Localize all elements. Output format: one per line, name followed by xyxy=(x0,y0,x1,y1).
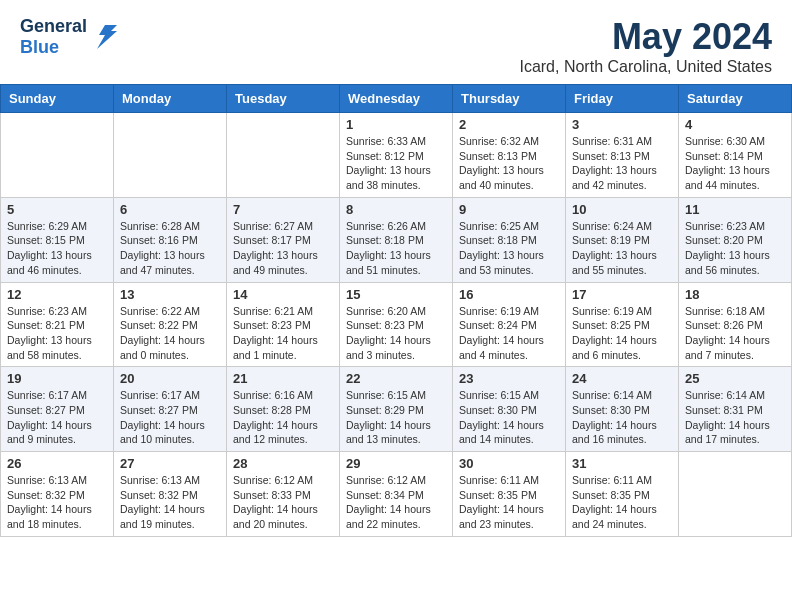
calendar-cell: 15Sunrise: 6:20 AMSunset: 8:23 PMDayligh… xyxy=(340,282,453,367)
day-number: 16 xyxy=(459,287,559,302)
day-info: Sunrise: 6:31 AMSunset: 8:13 PMDaylight:… xyxy=(572,134,672,193)
logo-general-text: General xyxy=(20,16,87,37)
calendar-cell: 6Sunrise: 6:28 AMSunset: 8:16 PMDaylight… xyxy=(114,197,227,282)
day-number: 1 xyxy=(346,117,446,132)
weekday-header-thursday: Thursday xyxy=(453,85,566,113)
day-info: Sunrise: 6:14 AMSunset: 8:30 PMDaylight:… xyxy=(572,388,672,447)
subtitle: Icard, North Carolina, United States xyxy=(519,58,772,76)
calendar-cell: 10Sunrise: 6:24 AMSunset: 8:19 PMDayligh… xyxy=(566,197,679,282)
weekday-header-row: SundayMondayTuesdayWednesdayThursdayFrid… xyxy=(1,85,792,113)
day-number: 18 xyxy=(685,287,785,302)
day-number: 17 xyxy=(572,287,672,302)
day-info: Sunrise: 6:27 AMSunset: 8:17 PMDaylight:… xyxy=(233,219,333,278)
day-info: Sunrise: 6:19 AMSunset: 8:24 PMDaylight:… xyxy=(459,304,559,363)
day-info: Sunrise: 6:19 AMSunset: 8:25 PMDaylight:… xyxy=(572,304,672,363)
calendar-cell: 3Sunrise: 6:31 AMSunset: 8:13 PMDaylight… xyxy=(566,113,679,198)
day-info: Sunrise: 6:15 AMSunset: 8:29 PMDaylight:… xyxy=(346,388,446,447)
logo: General Blue xyxy=(20,16,121,58)
day-info: Sunrise: 6:14 AMSunset: 8:31 PMDaylight:… xyxy=(685,388,785,447)
calendar-week-row: 19Sunrise: 6:17 AMSunset: 8:27 PMDayligh… xyxy=(1,367,792,452)
calendar-cell: 8Sunrise: 6:26 AMSunset: 8:18 PMDaylight… xyxy=(340,197,453,282)
calendar-cell: 17Sunrise: 6:19 AMSunset: 8:25 PMDayligh… xyxy=(566,282,679,367)
day-info: Sunrise: 6:18 AMSunset: 8:26 PMDaylight:… xyxy=(685,304,785,363)
calendar-cell: 31Sunrise: 6:11 AMSunset: 8:35 PMDayligh… xyxy=(566,452,679,537)
calendar-cell: 30Sunrise: 6:11 AMSunset: 8:35 PMDayligh… xyxy=(453,452,566,537)
day-number: 20 xyxy=(120,371,220,386)
calendar-cell: 5Sunrise: 6:29 AMSunset: 8:15 PMDaylight… xyxy=(1,197,114,282)
day-number: 3 xyxy=(572,117,672,132)
svg-marker-0 xyxy=(97,25,117,49)
day-number: 9 xyxy=(459,202,559,217)
day-info: Sunrise: 6:16 AMSunset: 8:28 PMDaylight:… xyxy=(233,388,333,447)
logo-blue-text: Blue xyxy=(20,37,87,58)
day-number: 23 xyxy=(459,371,559,386)
calendar-cell xyxy=(227,113,340,198)
weekday-header-monday: Monday xyxy=(114,85,227,113)
day-number: 13 xyxy=(120,287,220,302)
day-number: 28 xyxy=(233,456,333,471)
calendar-week-row: 26Sunrise: 6:13 AMSunset: 8:32 PMDayligh… xyxy=(1,452,792,537)
day-number: 14 xyxy=(233,287,333,302)
day-info: Sunrise: 6:12 AMSunset: 8:34 PMDaylight:… xyxy=(346,473,446,532)
day-number: 12 xyxy=(7,287,107,302)
calendar-cell xyxy=(114,113,227,198)
day-number: 21 xyxy=(233,371,333,386)
weekday-header-tuesday: Tuesday xyxy=(227,85,340,113)
day-number: 24 xyxy=(572,371,672,386)
calendar-cell: 14Sunrise: 6:21 AMSunset: 8:23 PMDayligh… xyxy=(227,282,340,367)
day-number: 5 xyxy=(7,202,107,217)
day-info: Sunrise: 6:28 AMSunset: 8:16 PMDaylight:… xyxy=(120,219,220,278)
calendar-table: SundayMondayTuesdayWednesdayThursdayFrid… xyxy=(0,84,792,537)
day-number: 29 xyxy=(346,456,446,471)
calendar-cell: 22Sunrise: 6:15 AMSunset: 8:29 PMDayligh… xyxy=(340,367,453,452)
calendar-week-row: 12Sunrise: 6:23 AMSunset: 8:21 PMDayligh… xyxy=(1,282,792,367)
calendar-cell: 9Sunrise: 6:25 AMSunset: 8:18 PMDaylight… xyxy=(453,197,566,282)
weekday-header-friday: Friday xyxy=(566,85,679,113)
page-header: General Blue May 2024 Icard, North Carol… xyxy=(0,0,792,84)
calendar-cell: 26Sunrise: 6:13 AMSunset: 8:32 PMDayligh… xyxy=(1,452,114,537)
day-number: 19 xyxy=(7,371,107,386)
day-number: 26 xyxy=(7,456,107,471)
day-number: 7 xyxy=(233,202,333,217)
calendar-week-row: 5Sunrise: 6:29 AMSunset: 8:15 PMDaylight… xyxy=(1,197,792,282)
title-section: May 2024 Icard, North Carolina, United S… xyxy=(519,16,772,76)
calendar-cell: 24Sunrise: 6:14 AMSunset: 8:30 PMDayligh… xyxy=(566,367,679,452)
day-info: Sunrise: 6:20 AMSunset: 8:23 PMDaylight:… xyxy=(346,304,446,363)
day-number: 30 xyxy=(459,456,559,471)
calendar-cell: 4Sunrise: 6:30 AMSunset: 8:14 PMDaylight… xyxy=(679,113,792,198)
calendar-cell: 1Sunrise: 6:33 AMSunset: 8:12 PMDaylight… xyxy=(340,113,453,198)
calendar-cell: 28Sunrise: 6:12 AMSunset: 8:33 PMDayligh… xyxy=(227,452,340,537)
day-number: 8 xyxy=(346,202,446,217)
calendar-cell: 2Sunrise: 6:32 AMSunset: 8:13 PMDaylight… xyxy=(453,113,566,198)
day-info: Sunrise: 6:24 AMSunset: 8:19 PMDaylight:… xyxy=(572,219,672,278)
day-info: Sunrise: 6:25 AMSunset: 8:18 PMDaylight:… xyxy=(459,219,559,278)
day-info: Sunrise: 6:23 AMSunset: 8:20 PMDaylight:… xyxy=(685,219,785,278)
calendar-cell xyxy=(679,452,792,537)
day-info: Sunrise: 6:22 AMSunset: 8:22 PMDaylight:… xyxy=(120,304,220,363)
calendar-cell: 29Sunrise: 6:12 AMSunset: 8:34 PMDayligh… xyxy=(340,452,453,537)
day-info: Sunrise: 6:26 AMSunset: 8:18 PMDaylight:… xyxy=(346,219,446,278)
day-info: Sunrise: 6:29 AMSunset: 8:15 PMDaylight:… xyxy=(7,219,107,278)
day-info: Sunrise: 6:13 AMSunset: 8:32 PMDaylight:… xyxy=(120,473,220,532)
day-info: Sunrise: 6:21 AMSunset: 8:23 PMDaylight:… xyxy=(233,304,333,363)
day-info: Sunrise: 6:33 AMSunset: 8:12 PMDaylight:… xyxy=(346,134,446,193)
weekday-header-saturday: Saturday xyxy=(679,85,792,113)
calendar-cell: 12Sunrise: 6:23 AMSunset: 8:21 PMDayligh… xyxy=(1,282,114,367)
day-info: Sunrise: 6:17 AMSunset: 8:27 PMDaylight:… xyxy=(7,388,107,447)
day-number: 4 xyxy=(685,117,785,132)
day-number: 15 xyxy=(346,287,446,302)
calendar-cell: 11Sunrise: 6:23 AMSunset: 8:20 PMDayligh… xyxy=(679,197,792,282)
logo-icon xyxy=(89,21,121,53)
calendar-cell: 18Sunrise: 6:18 AMSunset: 8:26 PMDayligh… xyxy=(679,282,792,367)
day-info: Sunrise: 6:11 AMSunset: 8:35 PMDaylight:… xyxy=(572,473,672,532)
day-number: 10 xyxy=(572,202,672,217)
calendar-cell: 27Sunrise: 6:13 AMSunset: 8:32 PMDayligh… xyxy=(114,452,227,537)
calendar-cell xyxy=(1,113,114,198)
calendar-cell: 7Sunrise: 6:27 AMSunset: 8:17 PMDaylight… xyxy=(227,197,340,282)
weekday-header-sunday: Sunday xyxy=(1,85,114,113)
day-info: Sunrise: 6:11 AMSunset: 8:35 PMDaylight:… xyxy=(459,473,559,532)
day-number: 25 xyxy=(685,371,785,386)
calendar-week-row: 1Sunrise: 6:33 AMSunset: 8:12 PMDaylight… xyxy=(1,113,792,198)
calendar-cell: 13Sunrise: 6:22 AMSunset: 8:22 PMDayligh… xyxy=(114,282,227,367)
calendar-cell: 19Sunrise: 6:17 AMSunset: 8:27 PMDayligh… xyxy=(1,367,114,452)
